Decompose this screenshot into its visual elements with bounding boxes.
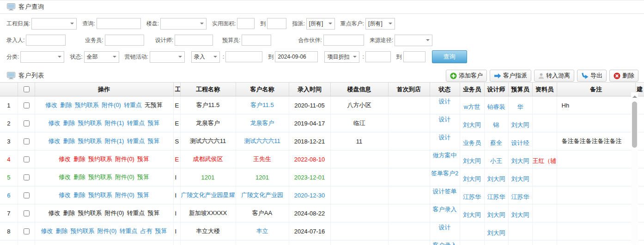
- row-checkbox[interactable]: [24, 174, 30, 180]
- export-button[interactable]: 导出: [577, 70, 607, 82]
- op-link[interactable]: 修改: [59, 191, 71, 198]
- op-link[interactable]: 修改: [59, 173, 71, 180]
- budgeter-input[interactable]: [242, 35, 271, 46]
- op-link[interactable]: 删除: [63, 120, 75, 126]
- salesman-input[interactable]: [105, 35, 144, 46]
- date-to-input[interactable]: [275, 51, 318, 62]
- row-checkbox[interactable]: [24, 210, 30, 216]
- op-link[interactable]: 附件(0): [102, 102, 121, 108]
- vertical-scrollbar[interactable]: [631, 92, 638, 245]
- op-link[interactable]: 无预算: [145, 102, 163, 108]
- op-link[interactable]: 删除: [56, 227, 68, 234]
- op-link[interactable]: 附件(0): [115, 173, 134, 180]
- op-link[interactable]: 转重点: [119, 227, 137, 234]
- op-link[interactable]: 附件(0): [97, 227, 117, 234]
- op-link[interactable]: 预约联系: [88, 173, 112, 180]
- op-link[interactable]: 占有: [140, 227, 152, 234]
- op-link[interactable]: 预算: [147, 120, 159, 126]
- scroll-up-icon[interactable]: [632, 93, 637, 98]
- customer-name-link[interactable]: 龙泉客户: [250, 120, 274, 126]
- table-header-row: 操作 工 工程名称 客户名称 录入时间 楼盘信息 首次到店 状态 业务员 设计师…: [0, 83, 644, 96]
- op-link[interactable]: 转重点: [127, 120, 145, 126]
- category-select[interactable]: [20, 51, 64, 63]
- transfer-idle-button[interactable]: 转入游离: [534, 70, 574, 82]
- op-link[interactable]: 附件(0): [115, 155, 134, 162]
- customer-name-link[interactable]: 客户AA: [252, 209, 272, 216]
- op-link[interactable]: 删除: [63, 209, 75, 216]
- op-link[interactable]: 修改: [49, 209, 61, 216]
- delete-button[interactable]: 删除: [609, 70, 638, 82]
- designer-cell: 刘大同: [484, 204, 508, 222]
- building-select[interactable]: [160, 18, 207, 30]
- designer-input[interactable]: [175, 35, 213, 46]
- op-link[interactable]: 预约联系: [75, 102, 99, 108]
- discount-to-input[interactable]: [403, 51, 425, 62]
- op-link[interactable]: 转重点: [127, 137, 145, 144]
- entry-date-type-select[interactable]: 录入: [191, 51, 220, 63]
- project-owner-select[interactable]: [31, 18, 77, 30]
- op-link[interactable]: 删除: [73, 173, 85, 180]
- op-link[interactable]: 预算: [155, 227, 167, 234]
- customer-name-link[interactable]: 丰立: [256, 227, 268, 234]
- discount-from-input[interactable]: [365, 51, 391, 62]
- op-link[interactable]: 预算: [137, 155, 149, 162]
- op-link[interactable]: 预算: [137, 191, 149, 198]
- building-info-cell: [330, 204, 388, 222]
- query-input[interactable]: [97, 18, 141, 29]
- marketing-select[interactable]: [150, 51, 185, 63]
- op-link[interactable]: 预算: [147, 137, 159, 144]
- row-checkbox[interactable]: [24, 120, 30, 126]
- op-link[interactable]: 附件(1): [105, 137, 124, 144]
- area-to-input[interactable]: [267, 18, 286, 29]
- op-link[interactable]: 预约联系: [78, 120, 102, 126]
- op-link[interactable]: 预约联系: [88, 155, 112, 162]
- add-customer-button[interactable]: 添加客户: [446, 70, 487, 82]
- op-link[interactable]: 预算: [137, 173, 149, 180]
- row-checkbox[interactable]: [24, 138, 30, 144]
- op-link[interactable]: 附件(0): [105, 209, 124, 216]
- op-link[interactable]: 预约联系: [71, 227, 95, 234]
- op-link[interactable]: 附件(1): [105, 120, 124, 126]
- date-from-input[interactable]: [225, 51, 262, 62]
- customer-name-link[interactable]: 广陵文化产业园: [241, 191, 283, 198]
- op-link[interactable]: 附件(0): [115, 191, 134, 198]
- customer-name-link[interactable]: 测试六六六11: [244, 137, 280, 144]
- partner-input[interactable]: [323, 35, 364, 46]
- op-link[interactable]: 预约联系: [78, 137, 102, 144]
- op-link[interactable]: 修改: [45, 102, 57, 108]
- op-link[interactable]: 修改: [49, 120, 61, 126]
- op-link[interactable]: 删除: [63, 137, 75, 144]
- op-link[interactable]: 转重点: [124, 102, 142, 108]
- source-select[interactable]: [395, 35, 432, 46]
- discount-select[interactable]: 项目折扣: [324, 51, 359, 63]
- customer-name-link[interactable]: 客户11.5: [250, 102, 273, 108]
- row-checkbox[interactable]: [24, 102, 30, 108]
- op-link[interactable]: 预算: [147, 209, 159, 216]
- salesman-cell: [460, 222, 484, 240]
- entry-person-input[interactable]: [26, 35, 66, 46]
- status-select[interactable]: 全部: [84, 51, 119, 63]
- assign-select[interactable]: [所有]: [306, 18, 335, 30]
- search-button[interactable]: 查询: [432, 50, 467, 63]
- op-link[interactable]: 修改: [59, 155, 71, 162]
- op-link[interactable]: 预约联系: [78, 209, 102, 216]
- vip-select[interactable]: [所有]: [365, 18, 395, 30]
- customer-name-link[interactable]: 王先生: [253, 155, 271, 162]
- scrollbar-thumb[interactable]: [632, 102, 637, 148]
- area-from-input[interactable]: [237, 18, 255, 29]
- op-link[interactable]: 修改: [41, 227, 53, 234]
- row-checkbox[interactable]: [24, 192, 30, 198]
- row-checkbox[interactable]: [24, 228, 30, 234]
- op-link[interactable]: 预约联系: [88, 191, 112, 198]
- assign-customer-button[interactable]: 客户指派: [490, 70, 531, 82]
- op-link[interactable]: 删除: [60, 102, 72, 108]
- select-all-checkbox[interactable]: [24, 86, 30, 92]
- row-checkbox[interactable]: [24, 156, 30, 162]
- op-link[interactable]: 转重点: [127, 209, 145, 216]
- row-number-cell: 7: [0, 204, 18, 222]
- op-link[interactable]: 删除: [73, 191, 85, 198]
- op-link[interactable]: 修改: [49, 137, 61, 144]
- op-link[interactable]: 删除: [73, 155, 85, 162]
- status-cell: 做方案中: [430, 150, 460, 168]
- customer-name-link[interactable]: 1201: [255, 174, 269, 181]
